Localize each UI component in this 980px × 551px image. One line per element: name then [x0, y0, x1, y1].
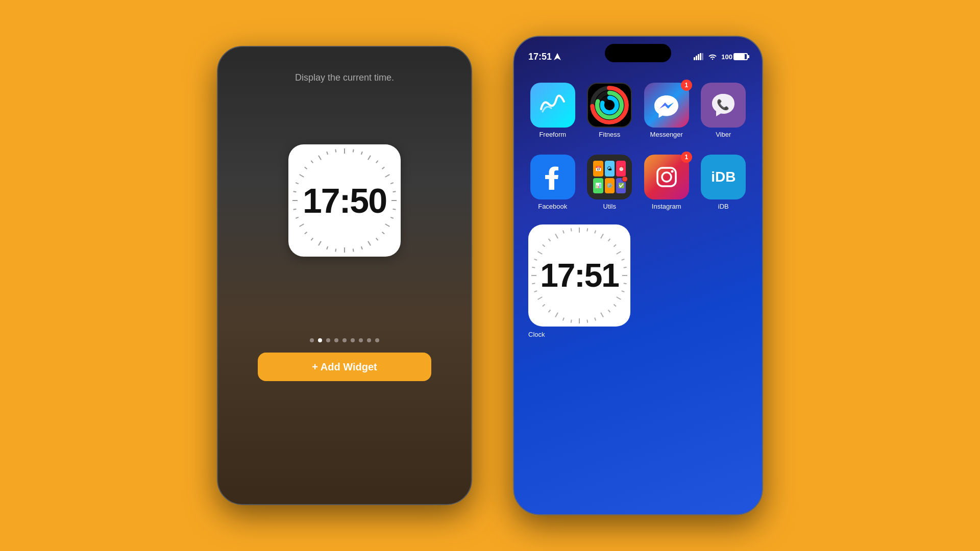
page-dots-container — [310, 338, 379, 342]
utils-mini-3: ⏰ — [616, 161, 626, 177]
freeform-label: Freeform — [539, 131, 566, 138]
page-dot-7[interactable] — [359, 338, 363, 342]
page-dot-5[interactable] — [342, 338, 347, 342]
app-instagram[interactable]: 1 Instagram — [642, 155, 691, 210]
app-fitness[interactable]: Fitness — [585, 83, 634, 138]
right-phone: 17:51 — [513, 36, 763, 515]
svg-line-21 — [318, 241, 321, 246]
svg-line-34 — [327, 152, 328, 155]
page-dot-9[interactable] — [375, 338, 379, 342]
viber-logo: 📞 — [709, 91, 737, 119]
svg-line-69 — [587, 320, 587, 323]
instagram-badge: 1 — [681, 152, 692, 163]
side-button — [471, 123, 472, 159]
viber-icon: 📞 — [701, 83, 746, 128]
app-messenger[interactable]: 1 Messenger — [642, 83, 691, 138]
utils-mini-5: ⚙️ — [605, 178, 615, 194]
app-idb[interactable]: iDB iDB — [699, 155, 748, 210]
instagram-icon: 1 — [644, 155, 689, 199]
svg-line-20 — [327, 246, 328, 249]
dynamic-island — [605, 44, 671, 62]
svg-rect-41 — [702, 53, 703, 60]
svg-line-66 — [608, 310, 610, 312]
add-widget-button[interactable]: + Add Widget — [258, 353, 431, 381]
app-facebook[interactable]: Facebook — [528, 155, 577, 210]
page-dot-4[interactable] — [334, 338, 338, 342]
app-viber[interactable]: 📞 Viber — [699, 83, 748, 138]
svg-rect-39 — [698, 54, 699, 60]
messenger-label: Messenger — [650, 131, 683, 138]
idb-text: iDB — [711, 169, 736, 185]
svg-line-32 — [311, 161, 313, 163]
svg-line-87 — [571, 228, 572, 231]
svg-rect-37 — [694, 57, 695, 60]
clock-widget-home[interactable]: 17:51 — [528, 224, 630, 327]
svg-line-77 — [534, 291, 537, 292]
clock-widget-area: 17:51 Clock — [514, 224, 762, 338]
svg-line-60 — [624, 267, 627, 268]
svg-line-17 — [353, 249, 354, 252]
svg-line-14 — [376, 238, 378, 241]
signal-icon — [694, 53, 704, 60]
svg-line-62 — [624, 283, 627, 284]
svg-line-71 — [571, 320, 572, 323]
svg-line-2 — [361, 152, 362, 155]
freeform-icon — [530, 83, 575, 128]
svg-line-84 — [549, 239, 551, 241]
idb-icon: iDB — [701, 155, 746, 199]
instagram-logo — [653, 164, 680, 190]
svg-line-74 — [549, 310, 551, 312]
svg-line-24 — [300, 224, 304, 227]
freeform-logo — [538, 94, 567, 117]
clock-tick-marks — [528, 224, 630, 327]
svg-line-63 — [622, 291, 625, 292]
page-dot-1[interactable] — [310, 338, 314, 342]
battery-percent: 100 — [721, 53, 732, 61]
page-dot-2[interactable] — [318, 338, 322, 342]
clock-widget-preview: 17:50 — [288, 144, 401, 257]
app-grid-row1: Freeform Fitness — [514, 72, 762, 148]
svg-line-68 — [595, 318, 596, 321]
fitness-icon — [587, 83, 632, 128]
messenger-badge: 1 — [681, 80, 692, 91]
page-dot-6[interactable] — [351, 338, 355, 342]
status-time: 17:51 — [528, 52, 561, 62]
svg-rect-40 — [700, 53, 701, 60]
svg-line-78 — [532, 283, 535, 284]
fitness-rings — [588, 84, 631, 127]
svg-line-25 — [296, 217, 299, 218]
svg-line-7 — [390, 183, 394, 184]
location-icon — [554, 53, 561, 60]
svg-line-12 — [385, 224, 390, 227]
left-phone: Display the current time. — [217, 46, 472, 505]
utils-mini-2: 🌤 — [605, 161, 615, 177]
svg-line-65 — [614, 305, 616, 307]
svg-line-26 — [293, 209, 297, 210]
svg-line-80 — [532, 267, 535, 268]
viber-label: Viber — [716, 131, 731, 138]
svg-line-22 — [311, 238, 313, 241]
svg-line-67 — [601, 313, 603, 317]
svg-line-86 — [563, 231, 564, 234]
facebook-icon — [530, 155, 575, 199]
wifi-icon — [708, 53, 717, 60]
page-dot-8[interactable] — [367, 338, 371, 342]
svg-line-29 — [296, 183, 299, 184]
svg-line-35 — [335, 149, 336, 153]
utils-grid: 📅 🌤 ⏰ 📊 ⚙️ ✅ — [593, 161, 626, 193]
app-utils[interactable]: 📅 🌤 ⏰ 📊 ⚙️ ✅ Utils — [585, 155, 634, 210]
svg-line-19 — [335, 249, 336, 252]
svg-line-4 — [376, 161, 378, 163]
page-dot-3[interactable] — [326, 338, 330, 342]
svg-line-15 — [368, 241, 371, 246]
clock-widget-label: Clock — [528, 331, 748, 338]
svg-line-33 — [318, 156, 321, 160]
scene: Display the current time. — [0, 0, 980, 551]
svg-line-1 — [353, 149, 354, 153]
svg-line-3 — [368, 156, 371, 160]
svg-line-75 — [543, 305, 545, 307]
svg-line-56 — [608, 239, 610, 241]
svg-line-53 — [587, 228, 587, 231]
svg-line-6 — [385, 174, 390, 177]
app-freeform[interactable]: Freeform — [528, 83, 577, 138]
